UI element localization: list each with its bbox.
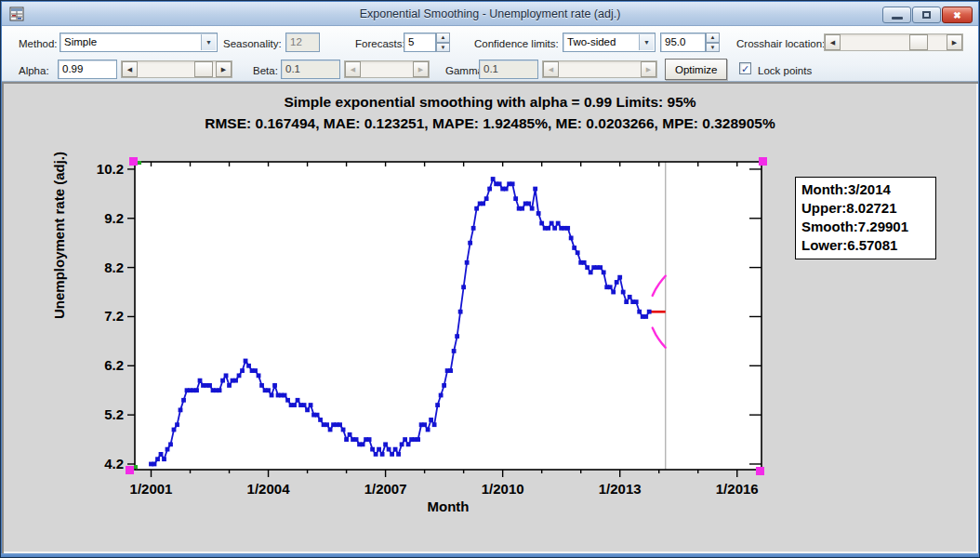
- info-upper: Upper:8.02721: [801, 199, 930, 218]
- forecasts-label: Forecasts:: [355, 33, 405, 54]
- toolbar: Method: Simple ▼ Seasonality: 12 Forecas…: [2, 26, 978, 82]
- window-bottom-border: [1, 553, 979, 557]
- scroll-right-icon[interactable]: ▶: [216, 61, 232, 77]
- plot-anchor-dot: [134, 465, 138, 469]
- scroll-left-icon: ◀: [345, 61, 361, 77]
- window-title: Exponential Smoothing - Unemployment rat…: [2, 7, 978, 20]
- app-grid-icon[interactable]: [9, 7, 24, 21]
- crosshair-location-label: Crosshair location:: [736, 33, 825, 54]
- scroll-right-icon[interactable]: ▶: [947, 34, 962, 50]
- spinner-down-icon[interactable]: ▼: [436, 43, 450, 53]
- svg-text:6.2: 6.2: [104, 357, 124, 373]
- seasonality-label: Seasonality:: [223, 33, 282, 54]
- alpha-label: Alpha:: [19, 60, 49, 81]
- svg-text:1/2013: 1/2013: [599, 481, 642, 497]
- plot-anchor-dot: [138, 161, 141, 165]
- close-icon: ✖: [953, 10, 960, 20]
- svg-text:4.2: 4.2: [104, 456, 124, 472]
- optimize-button[interactable]: Optimize: [665, 59, 727, 80]
- info-lower: Lower:6.57081: [801, 236, 930, 255]
- gamma-input: 0.1: [479, 60, 538, 79]
- crosshair-location-scrollbar[interactable]: ◀ ▶: [824, 33, 963, 51]
- alpha-input[interactable]: 0.99: [58, 60, 117, 79]
- beta-label: Beta:: [253, 60, 278, 81]
- confidence-percent-input[interactable]: 95.0: [660, 33, 706, 52]
- scroll-right-icon: ▶: [641, 61, 656, 77]
- maximize-icon: [922, 11, 931, 19]
- scroll-left-icon: ◀: [543, 61, 559, 77]
- svg-text:1/2001: 1/2001: [130, 481, 173, 497]
- info-smooth: Smooth:7.29901: [801, 218, 930, 236]
- lock-points-label: Lock points: [758, 60, 812, 81]
- forecasts-spinner[interactable]: ▲ ▼: [436, 33, 450, 52]
- info-month: Month:3/2014: [801, 180, 930, 199]
- lock-points-checkbox[interactable]: ✓: [739, 62, 751, 74]
- svg-text:5.2: 5.2: [104, 406, 124, 422]
- x-axis-title: Month: [135, 498, 761, 514]
- gamma-scrollbar: ◀ ▶: [542, 60, 657, 78]
- scroll-left-icon[interactable]: ◀: [825, 34, 841, 50]
- beta-scrollbar: ◀ ▶: [344, 60, 430, 78]
- confidence-limits-label: Confidence limits:: [474, 33, 559, 54]
- svg-text:1/2010: 1/2010: [482, 481, 524, 497]
- confidence-limits-select[interactable]: Two-sided ▼: [563, 33, 656, 52]
- spinner-up-icon[interactable]: ▲: [706, 33, 720, 43]
- app-window: Exponential Smoothing - Unemployment rat…: [0, 0, 980, 558]
- spinner-down-icon[interactable]: ▼: [706, 43, 720, 53]
- minimize-button[interactable]: [882, 7, 911, 23]
- plot-resize-handle[interactable]: [759, 157, 767, 166]
- svg-text:10.2: 10.2: [97, 161, 124, 177]
- confidence-percent-spinner[interactable]: ▲ ▼: [706, 33, 720, 52]
- svg-text:7.2: 7.2: [104, 308, 124, 324]
- close-button[interactable]: ✖: [942, 7, 973, 23]
- svg-text:1/2004: 1/2004: [247, 481, 291, 497]
- svg-text:1/2007: 1/2007: [364, 481, 407, 497]
- forecasts-input[interactable]: 5: [404, 33, 436, 52]
- method-value: Simple: [64, 36, 97, 47]
- alpha-scrollbar[interactable]: ◀ ▶: [121, 60, 232, 78]
- seasonality-input: 12: [285, 33, 320, 52]
- chevron-down-icon[interactable]: ▼: [639, 34, 654, 50]
- minimize-icon: [892, 17, 903, 20]
- confidence-limits-value: Two-sided: [567, 36, 616, 47]
- plot-resize-handle[interactable]: [756, 467, 764, 475]
- maximize-button[interactable]: [912, 7, 941, 23]
- svg-text:9.2: 9.2: [104, 210, 124, 226]
- svg-text:8.2: 8.2: [104, 259, 124, 275]
- crosshair-scrollbar-thumb[interactable]: [909, 34, 928, 50]
- plot-resize-handle[interactable]: [126, 466, 134, 474]
- crosshair-info-box: Month:3/2014 Upper:8.02721 Smooth:7.2990…: [795, 177, 936, 259]
- scroll-right-icon: ▶: [413, 61, 429, 77]
- svg-text:1/2016: 1/2016: [716, 481, 759, 497]
- method-select[interactable]: Simple ▼: [60, 33, 218, 52]
- beta-input: 0.1: [281, 60, 340, 79]
- alpha-scrollbar-thumb[interactable]: [194, 61, 213, 77]
- chevron-down-icon[interactable]: ▼: [201, 34, 216, 50]
- scroll-left-icon[interactable]: ◀: [122, 61, 138, 77]
- checkmark-icon: ✓: [741, 63, 749, 74]
- optimize-label: Optimize: [675, 64, 717, 75]
- spinner-up-icon[interactable]: ▲: [436, 33, 450, 43]
- plot-resize-handle[interactable]: [129, 157, 138, 166]
- method-label: Method:: [19, 33, 58, 54]
- forecast-chart: 4.25.26.27.28.29.210.21/20011/20041/2007…: [2, 82, 980, 555]
- title-bar[interactable]: Exponential Smoothing - Unemployment rat…: [2, 2, 978, 26]
- chart-panel: Simple exponential smoothing with alpha …: [2, 82, 978, 553]
- plot-area: [135, 162, 761, 470]
